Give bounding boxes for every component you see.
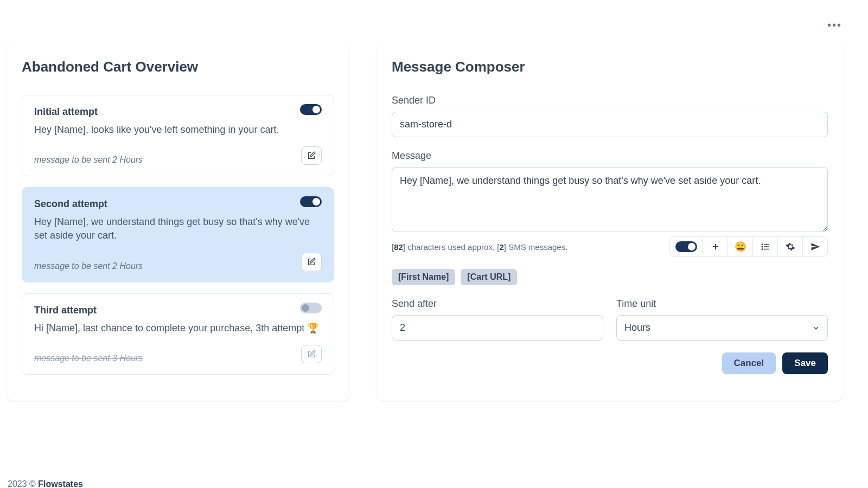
attempt-title: Third attempt [34,305,322,316]
attempt-card[interactable]: Second attemptHey [Name], we understand … [22,187,334,282]
gear-icon[interactable] [777,237,802,256]
edit-button[interactable] [301,253,322,271]
time-unit-select[interactable] [616,315,828,341]
time-unit-label: Time unit [616,298,828,310]
attempt-body: Hi [Name], last chance to complete your … [34,322,322,335]
variable-chip[interactable]: [First Name] [392,269,455,285]
overview-title: Abandoned Cart Overview [22,59,334,75]
attempt-title: Second attempt [34,198,322,210]
add-icon[interactable] [703,237,727,256]
attempt-toggle[interactable] [300,303,322,313]
attempt-title: Initial attempt [34,106,322,118]
attempt-meta: message to be sent 3 Hours [34,354,143,363]
variable-chip[interactable]: [Cart URL] [461,269,517,285]
overview-panel: Abandoned Cart Overview Initial attemptH… [7,43,349,401]
edit-button[interactable] [301,146,322,165]
svg-point-7 [762,249,763,250]
edit-button[interactable] [301,345,322,363]
composer-panel: Message Composer Sender ID Message [82] … [376,43,843,401]
char-counter: [82] characters used approx, [2] SMS mes… [392,242,567,252]
footer-copyright: 2023 © Flowstates [8,479,83,488]
list-icon[interactable] [752,237,777,256]
toolbar-toggle[interactable] [675,241,697,252]
attempt-toggle[interactable] [300,104,322,115]
attempt-meta: message to be sent 2 Hours [34,261,143,271]
message-label: Message [392,150,828,162]
sender-id-label: Sender ID [392,95,828,106]
cancel-button[interactable]: Cancel [722,352,776,374]
send-after-label: Send after [392,298,603,310]
attempt-body: Hey [Name], we understand things get bus… [34,215,322,242]
more-menu-icon[interactable]: ••• [827,19,842,31]
attempt-card[interactable]: Initial attemptHey [Name], looks like yo… [22,95,334,176]
attempt-card[interactable]: Third attemptHi [Name], last chance to c… [22,293,334,375]
attempt-toggle[interactable] [300,196,322,207]
sender-id-input[interactable] [392,112,828,137]
emoji-icon[interactable]: 😀 [727,237,752,256]
send-after-input[interactable] [392,315,603,341]
message-textarea[interactable] [392,167,828,232]
save-button[interactable]: Save [782,352,828,374]
send-icon[interactable] [802,237,827,256]
attempt-body: Hey [Name], looks like you've left somet… [34,123,322,137]
svg-point-6 [762,246,763,247]
composer-title: Message Composer [392,59,828,75]
composer-toolbar: 😀 [669,236,828,257]
attempt-meta: message to be sent 2 Hours [34,155,143,165]
svg-point-5 [762,244,763,245]
